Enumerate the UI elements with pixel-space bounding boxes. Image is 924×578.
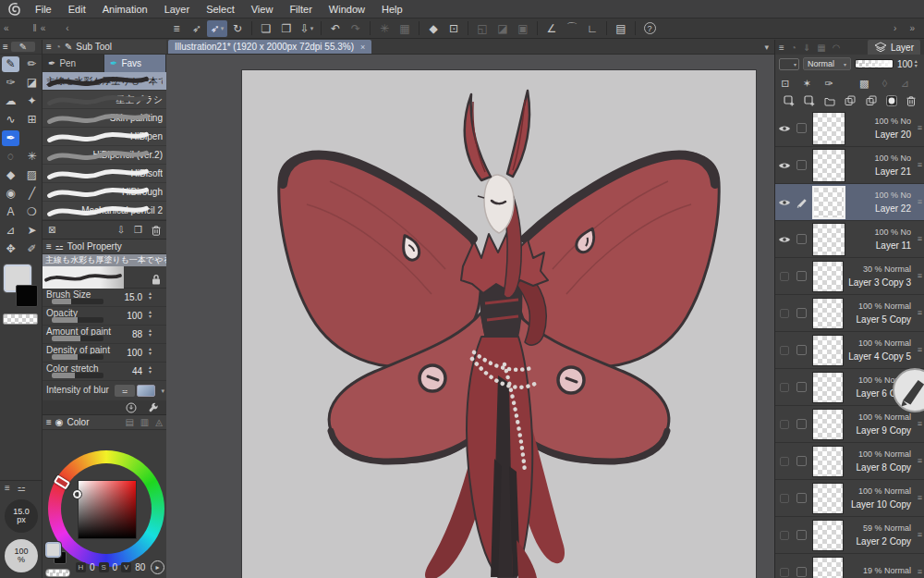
property-slider[interactable] [52, 373, 103, 378]
spinner-control[interactable]: ▴▾ [149, 365, 152, 375]
toolbar-button[interactable]: ◪▾ [492, 20, 513, 37]
menu-item[interactable]: Layer [156, 4, 199, 15]
tool-button[interactable]: ✦ [21, 92, 43, 110]
menu-icon[interactable]: ≡ [46, 241, 52, 252]
tool-button[interactable]: ✑ [0, 73, 21, 92]
layer-thumbnail[interactable] [812, 149, 845, 182]
menu-icon[interactable]: ≡ [3, 42, 8, 52]
toolbar-button[interactable]: ➶▾ [207, 20, 227, 37]
menu-icon[interactable]: ≡ [46, 42, 52, 52]
tool-button[interactable]: ▨ [21, 166, 43, 184]
layer-name[interactable]: Layer 22 [875, 203, 911, 214]
toolbar-button[interactable]: ≡▾ [166, 20, 187, 37]
layer-option-icon[interactable]: ⊿ [901, 76, 918, 90]
tool-button[interactable]: ∿ [0, 110, 21, 129]
toolbar-button[interactable]: ▾ [419, 21, 419, 35]
layer-thumbnail[interactable] [812, 335, 844, 366]
menu-item[interactable]: View [243, 4, 282, 15]
color-wheel-tab-icon[interactable]: ◉ [55, 417, 64, 427]
collapse-mid-icon[interactable]: « [41, 23, 46, 33]
tool-button[interactable]: ➤ [21, 221, 43, 240]
brush-item[interactable]: HiBirough [43, 183, 166, 202]
navigator-tab-icon[interactable]: ◔ [791, 43, 796, 53]
toolbar-button[interactable]: ↻▾ [227, 20, 248, 37]
layer-row[interactable]: 19 % Normal ≡ [775, 554, 924, 578]
tool-button[interactable]: ✥ [0, 240, 21, 258]
layer-row[interactable]: 100 % No Layer 11 ≡ [775, 221, 924, 258]
layer-option-icon[interactable]: ✶ [803, 76, 821, 90]
tool-button[interactable]: ❍ [21, 203, 43, 221]
property-value[interactable]: 15.0 [125, 292, 142, 302]
brush-item[interactable]: HiBipencil (ver.2) [43, 146, 166, 165]
toolbar-button[interactable]: ↶▾ [325, 20, 346, 37]
layer-row[interactable]: 100 % Normal Layer 10 Copy ≡ [775, 480, 924, 517]
layer-name[interactable]: Layer 10 Copy [851, 499, 911, 510]
transfer-down-icon[interactable] [845, 95, 856, 106]
brush-item[interactable]: 星空ブラシ [43, 91, 166, 109]
spinner-control[interactable]: ▴▾ [149, 310, 152, 319]
visibility-toggle[interactable] [775, 383, 793, 392]
collapse-small-icon[interactable]: ‹ [66, 23, 68, 33]
tool-button[interactable]: ✳ [21, 147, 43, 166]
visibility-toggle[interactable] [775, 494, 793, 503]
layer-row-menu-icon[interactable]: ≡ [918, 419, 922, 428]
visibility-toggle[interactable] [775, 198, 793, 207]
property-value[interactable]: 88 [132, 329, 142, 339]
layer-thumbnail[interactable] [812, 557, 844, 578]
new-folder-icon[interactable] [824, 96, 835, 106]
menu-item[interactable]: Filter [281, 4, 320, 15]
layer-tab[interactable]: Layer [868, 40, 920, 55]
layer-row-menu-icon[interactable]: ≡ [918, 197, 922, 206]
layer-row-menu-icon[interactable]: ≡ [918, 308, 922, 317]
document-tab[interactable]: Illustration21* (1920 x 2000px 72dpi 55.… [168, 40, 371, 54]
visibility-toggle[interactable] [775, 235, 793, 244]
menu-item[interactable]: Help [373, 4, 411, 15]
property-slider[interactable] [52, 317, 103, 323]
spinner-control[interactable]: ▴▾ [149, 347, 152, 356]
transparent-color-swatch[interactable] [3, 314, 38, 325]
layer-checkbox[interactable] [793, 493, 810, 503]
expand-right-icon[interactable]: › [894, 23, 896, 33]
layer-row-menu-icon[interactable]: ≡ [918, 234, 922, 243]
layer-checkbox[interactable] [793, 419, 810, 429]
hue-value[interactable]: 0 [90, 562, 95, 572]
current-tool-icon[interactable]: ✎ [11, 42, 35, 52]
layer-thumbnail[interactable] [812, 298, 844, 329]
layer-checkbox[interactable] [793, 456, 810, 466]
toolbar-button[interactable]: ➶▾ [187, 20, 207, 37]
import-icon[interactable]: ⇩ [117, 225, 125, 235]
tool-button[interactable]: ✎ [0, 55, 21, 73]
value-value[interactable]: 80 [135, 562, 145, 572]
menu-item[interactable]: File [27, 4, 60, 15]
document-canvas[interactable] [242, 70, 756, 578]
toolbar-button[interactable]: ▾ [370, 21, 371, 35]
layer-name[interactable]: Layer 5 Copy [857, 314, 911, 325]
wrench-icon[interactable] [148, 402, 159, 413]
brush-item[interactable]: Skin painting [43, 109, 166, 128]
layer-checkbox[interactable] [793, 160, 810, 170]
tool-button[interactable]: ◉ [0, 184, 21, 203]
blur-slider-chip[interactable]: ⚍ [115, 385, 135, 397]
layer-row-menu-icon[interactable]: ≡ [918, 493, 922, 502]
layer-row-menu-icon[interactable]: ≡ [918, 271, 922, 280]
layer-option-icon[interactable]: ◊ [882, 76, 896, 89]
saturation-value[interactable]: 0 [113, 562, 118, 572]
layer-row[interactable]: 100 % Normal Layer 8 Copy ≡ [775, 443, 924, 480]
edit-settings-icon[interactable]: ⊠ [48, 225, 55, 235]
tool-button[interactable]: ╱ [21, 184, 43, 203]
layer-name[interactable]: Layer 9 Copy [857, 425, 911, 436]
visibility-toggle[interactable] [775, 568, 793, 577]
layer-name[interactable]: Layer 8 Copy [857, 462, 911, 473]
visibility-toggle[interactable] [775, 124, 793, 133]
expand-all-right-icon[interactable]: » [909, 23, 915, 33]
layer-name[interactable]: Layer 4 Copy 5 [848, 351, 911, 362]
property-value[interactable]: 44 [132, 366, 142, 376]
spinner-control[interactable]: ▴▾ [915, 59, 918, 68]
layer-row-menu-icon[interactable]: ≡ [918, 567, 922, 576]
layer-thumbnail[interactable] [812, 446, 844, 477]
trash-icon[interactable] [906, 95, 916, 106]
toolbar-button[interactable]: ?▾ [639, 20, 660, 37]
layer-option-icon[interactable] [846, 76, 856, 89]
layer-row[interactable]: 30 % Normal Layer 3 Copy 3 ≡ [775, 258, 924, 295]
dock-divider[interactable]: ‖ [33, 23, 37, 33]
